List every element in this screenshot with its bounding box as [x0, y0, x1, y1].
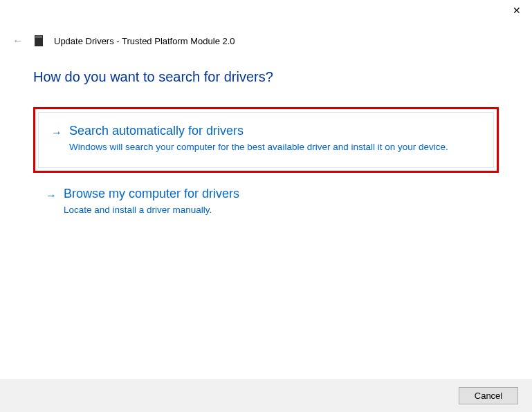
cancel-button[interactable]: Cancel [459, 387, 518, 404]
back-arrow-icon: ← [12, 35, 24, 47]
option-title: Browse my computer for drivers [64, 187, 486, 201]
device-icon [35, 35, 43, 46]
close-icon[interactable]: ✕ [501, 0, 532, 21]
arrow-right-icon: → [51, 124, 62, 139]
highlight-annotation: → Search automatically for drivers Windo… [33, 107, 499, 173]
option-description: Locate and install a driver manually. [64, 204, 486, 216]
dialog-footer: Cancel [0, 379, 532, 412]
wizard-header: ← Update Drivers - Trusted Platform Modu… [12, 35, 235, 47]
arrow-right-icon: → [46, 187, 57, 202]
wizard-title: Update Drivers - Trusted Platform Module… [54, 36, 235, 46]
option-search-automatically[interactable]: → Search automatically for drivers Windo… [38, 112, 494, 168]
option-browse-computer[interactable]: → Browse my computer for drivers Locate … [33, 182, 499, 223]
option-description: Windows will search your computer for th… [69, 141, 481, 153]
page-question: How do you want to search for drivers? [33, 69, 499, 85]
option-title: Search automatically for drivers [69, 124, 481, 138]
